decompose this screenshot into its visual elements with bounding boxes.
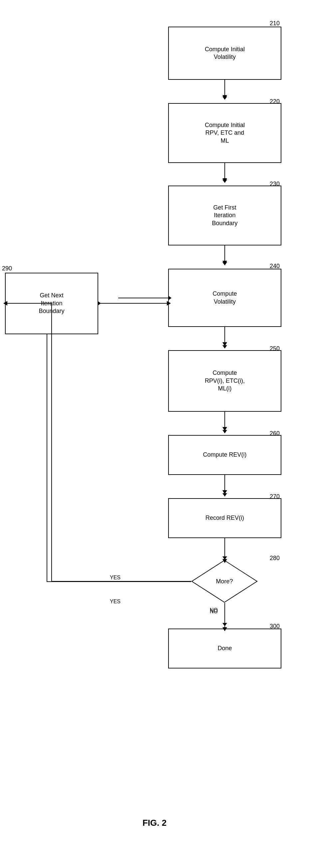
box-300: Done (168, 628, 281, 669)
figure-caption: FIG. 2 (0, 818, 309, 828)
step-number-280: 280 (270, 555, 280, 562)
box-240: ComputeVolatility (168, 269, 281, 327)
arrow-no-down (224, 603, 225, 623)
no-label: NO (210, 609, 218, 615)
box-210: Compute InitialVolatility (168, 27, 281, 80)
box-270: Record REV(i) (168, 498, 281, 538)
box-220-label: Compute InitialRPV, ETC andML (205, 121, 245, 145)
arrow-260-270 (224, 475, 225, 493)
diamond-280: More? (191, 560, 258, 603)
yes-label: YES (110, 599, 120, 604)
box-240-label: ComputeVolatility (213, 290, 237, 306)
arrow-yes-left (47, 581, 191, 582)
box-260: Compute REV(i) (168, 435, 281, 475)
box-210-label: Compute InitialVolatility (205, 45, 245, 61)
arrow-210-220 (224, 80, 225, 96)
box-230: Get FirstIterationBoundary (168, 186, 281, 245)
box-290-label: Get NextIterationBoundary (38, 292, 64, 315)
arrowhead-into-290 (97, 301, 101, 306)
arrow-290-240 (118, 298, 168, 298)
arrow-220-230 (224, 163, 225, 180)
diamond-280-label: More? (191, 560, 258, 603)
flowchart-diagram: 210 Compute InitialVolatility 220 Comput… (0, 0, 309, 848)
step-number-290: 290 (2, 265, 12, 272)
box-230-label: Get FirstIterationBoundary (212, 204, 237, 227)
box-270-label: Record REV(i) (205, 514, 244, 522)
box-250: ComputeRPV(i), ETC(i),ML(i) (168, 350, 281, 412)
box-260-label: Compute REV(i) (203, 451, 246, 459)
arrow-250-260 (224, 412, 225, 430)
box-250-label: ComputeRPV(i), ETC(i),ML(i) (205, 369, 245, 393)
arrow-270-280 (224, 538, 225, 556)
arrow-240-250 (224, 327, 225, 345)
box-300-label: Done (218, 645, 232, 652)
box-220: Compute InitialRPV, ETC andML (168, 103, 281, 163)
arrow-230-240 (224, 245, 225, 262)
box-290: Get NextIterationBoundary (5, 273, 98, 334)
step-number-210: 210 (270, 20, 280, 27)
